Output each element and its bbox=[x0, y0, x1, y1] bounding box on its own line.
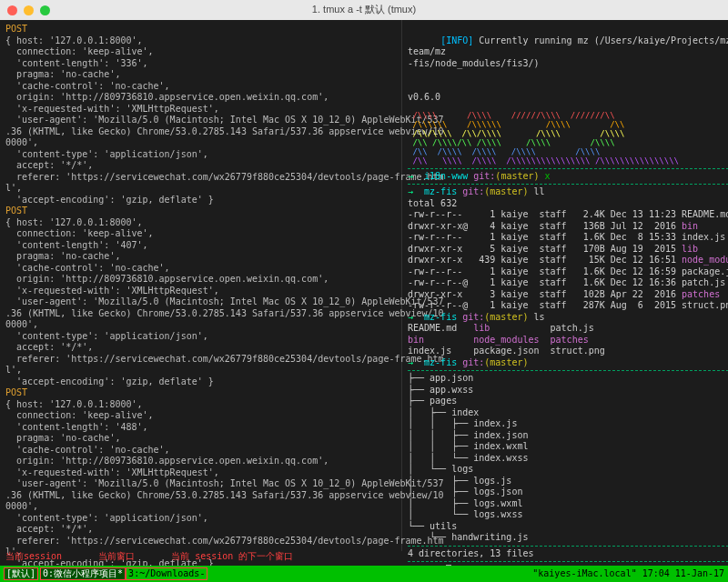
tree-line: ├── app.wxss bbox=[408, 385, 728, 396]
request-headers: { host: '127.0.0.1:8000', connection: 'k… bbox=[5, 35, 396, 206]
tree-line: │ ├── logs.json bbox=[408, 487, 728, 498]
pane-divider bbox=[408, 546, 728, 547]
tree-line: │ └── logs bbox=[408, 464, 728, 476]
shell-prompt: → i18n-www git:(master) x bbox=[408, 171, 728, 183]
ls-row: drwxr-xr-x 3 kaiye staff 102B Apr 22 201… bbox=[408, 289, 728, 301]
tree-line: │ ├── logs.wxml bbox=[408, 498, 728, 510]
ls-row: -rw-r--r-- 1 kaiye staff 2.4K Dec 13 11:… bbox=[408, 209, 728, 221]
tree-line: │ │ ├── index.wxml bbox=[408, 441, 728, 453]
tree-line: │ │ ├── index.js bbox=[408, 418, 728, 430]
tree-line: │ ├── logs.js bbox=[408, 476, 728, 487]
tmux-next-window[interactable]: 3:~/Downloads- bbox=[126, 567, 207, 581]
shell-prompt: → mz-fis git:(master) ll bbox=[408, 186, 728, 198]
ls-row: drwxr-xr-x 5 kaiye staff 170B Aug 19 201… bbox=[408, 244, 728, 256]
request-headers: { host: '127.0.0.1:8000', connection: 'k… bbox=[5, 217, 396, 388]
request-headers: { host: '127.0.0.1:8000', connection: 'k… bbox=[5, 399, 396, 570]
shell-prompt: → mz-fis git:(master) ls bbox=[408, 312, 728, 324]
http-method: POST bbox=[5, 24, 396, 35]
tmux-statusbar: [默认] 0:微信小程序项目* 3:~/Downloads- "kaiyes-i… bbox=[0, 566, 728, 582]
annotation-label: 当前窗口 bbox=[98, 551, 135, 566]
terminal-body: POST { host: '127.0.0.1:8000', connectio… bbox=[0, 20, 728, 551]
titlebar: 1. tmux a -t 默认 (tmux) bbox=[0, 0, 728, 20]
tmux-pane-right[interactable]: [INFO] Currently running mz (/Users/kaiy… bbox=[402, 20, 728, 551]
tree-output: ├── app.json├── app.wxss├── pages│ ├── i… bbox=[408, 373, 728, 544]
ls-row: -rw-r--r-- 1 kaiye staff 1.6K Dec 8 15:3… bbox=[408, 232, 728, 244]
ls-long-listing: -rw-r--r-- 1 kaiye staff 2.4K Dec 13 11:… bbox=[408, 209, 728, 312]
ls-row: drwxr-xr-x@ 4 kaiye staff 136B Jul 12 20… bbox=[408, 221, 728, 233]
window-title: 1. tmux a -t 默认 (tmux) bbox=[0, 4, 728, 16]
ls-row: -rw-r--r--@ 1 kaiye staff 287K Aug 6 201… bbox=[408, 300, 728, 312]
ls-row: README.md lib patch.js bbox=[408, 323, 728, 335]
ls-row: drwxr-xr-x 439 kaiye staff 15K Dec 12 16… bbox=[408, 255, 728, 266]
pane-divider bbox=[408, 184, 728, 185]
info-line: [INFO] Currently running mz (/Users/kaiy… bbox=[408, 24, 728, 92]
tmux-pane-left[interactable]: POST { host: '127.0.0.1:8000', connectio… bbox=[0, 20, 402, 551]
tree-line: └── handwriting.js bbox=[408, 532, 728, 544]
ls-row: -rw-r--r--@ 1 kaiye staff 1.6K Dec 12 16… bbox=[408, 277, 728, 289]
tmux-session-name[interactable]: [默认] bbox=[4, 567, 38, 581]
pane-divider bbox=[408, 370, 728, 371]
pane-divider bbox=[408, 561, 728, 562]
tree-line: └── utils bbox=[408, 521, 728, 533]
tree-line: │ └── logs.wxss bbox=[408, 509, 728, 521]
version-line: v0.6.0 bbox=[408, 92, 728, 104]
tmux-status-right: "kaiyes-iMac.local" 17:04 11-Jan-17 bbox=[532, 568, 724, 580]
tree-line: ├── pages bbox=[408, 396, 728, 407]
tree-line: │ │ ├── index.json bbox=[408, 430, 728, 442]
shell-prompt: → mz-fis git:(master) bbox=[408, 357, 728, 369]
annotation-label: 当前 session 的下一个窗口 bbox=[171, 551, 293, 566]
pane-divider bbox=[408, 168, 728, 169]
http-method: POST bbox=[5, 387, 396, 399]
log-level-tag: [INFO] bbox=[440, 35, 473, 45]
ls-row: -rw-r--r-- 1 kaiye staff 1.6K Dec 12 16:… bbox=[408, 266, 728, 278]
ls-row: index.js package.json struct.png bbox=[408, 346, 728, 357]
ls-total: total 632 bbox=[408, 198, 728, 210]
tree-line: ├── app.json bbox=[408, 373, 728, 385]
tree-line: │ │ └── index.wxss bbox=[408, 453, 728, 465]
tree-summary: 4 directories, 13 files bbox=[408, 548, 728, 560]
tree-line: │ ├── index bbox=[408, 407, 728, 419]
tmux-current-window[interactable]: 0:微信小程序项目* bbox=[40, 567, 126, 581]
http-method: POST bbox=[5, 206, 396, 217]
annotation-label: 当前session bbox=[5, 551, 62, 566]
ascii-logo: /\\\\ /\\\\ //////\\\\ ///////\\ /\\\\\\… bbox=[408, 104, 728, 166]
ls-row: bin node_modules patches bbox=[408, 335, 728, 346]
